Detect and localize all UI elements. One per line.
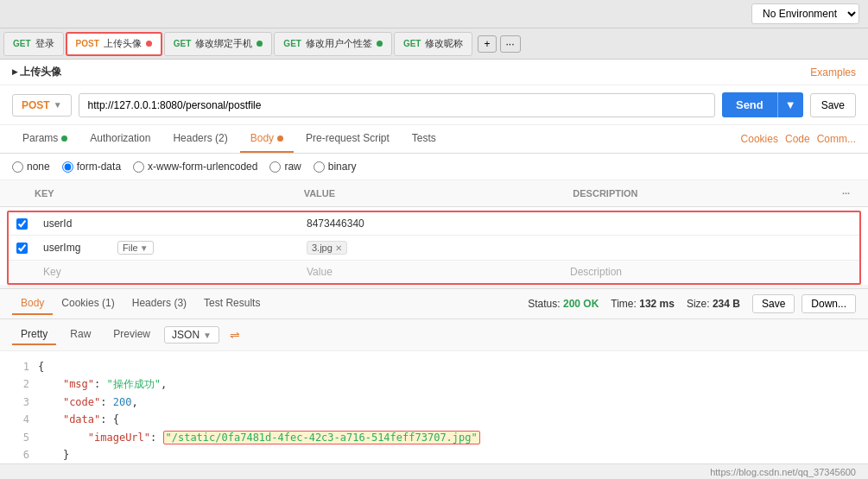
resp-actions: Save Down...: [752, 294, 856, 313]
table-row: File ▼ 3.jpg ✕: [9, 236, 859, 261]
tab-headers[interactable]: Headers (2): [162, 125, 238, 153]
new-value-input[interactable]: [307, 266, 553, 278]
row1-key-input[interactable]: [43, 217, 289, 230]
tab-body[interactable]: Body: [240, 125, 294, 153]
header-key: KEY: [26, 185, 295, 202]
formdata-label: form-data: [77, 161, 121, 173]
new-row-actions: [825, 267, 859, 277]
code-line-highlight: 5 "imageUrl": "/static/0fa7481d-4fec-42c…: [12, 429, 856, 446]
request-tabs: Params Authorization Headers (2) Body Pr…: [0, 125, 868, 154]
req-tabs-right: Cookies Code Comm...: [741, 133, 856, 145]
body-dot: [277, 136, 283, 142]
new-key-input[interactable]: [43, 266, 289, 278]
wrap-icon[interactable]: ⇌: [230, 328, 240, 342]
code-line: 2 "msg": "操作成功",: [12, 375, 856, 393]
tab-bar: GET 登录 POST 上传头像 GET 修改绑定手机 GET 修改用户个性签 …: [0, 28, 868, 60]
footer-link[interactable]: https://blog.csdn.net/qq_37345600: [710, 467, 856, 477]
formdata-radio-label[interactable]: form-data: [62, 161, 121, 173]
send-button[interactable]: Send ▼: [722, 92, 803, 117]
urlencoded-radio[interactable]: [133, 161, 144, 173]
header-desc: DESCRIPTION: [564, 185, 833, 202]
none-radio-label[interactable]: none: [12, 161, 50, 173]
tab-tests[interactable]: Tests: [402, 125, 447, 153]
tab-login[interactable]: GET 登录: [3, 32, 64, 56]
code-line: 4 "data": {: [12, 411, 856, 428]
code-tab-preview[interactable]: Preview: [105, 325, 159, 345]
formdata-radio[interactable]: [62, 161, 73, 173]
row1-value-input[interactable]: [307, 217, 553, 230]
resp-tab-body[interactable]: Body: [12, 293, 53, 315]
urlencoded-radio-label[interactable]: x-www-form-urlencoded: [133, 161, 257, 173]
header-check: [0, 185, 26, 202]
params-dot: [61, 136, 67, 142]
tab-upload[interactable]: POST 上传头像: [66, 32, 162, 56]
method-value: POST: [22, 99, 50, 111]
binary-radio[interactable]: [314, 161, 325, 173]
row2-actions: [825, 243, 859, 253]
send-dropdown-icon[interactable]: ▼: [777, 92, 803, 117]
method-select[interactable]: POST ▼: [12, 94, 72, 117]
none-radio[interactable]: [12, 161, 23, 173]
add-tab-button[interactable]: +: [478, 35, 496, 53]
code-line: 6 }: [12, 446, 856, 463]
resp-tab-test-results[interactable]: Test Results: [195, 293, 269, 315]
method-label: GET: [174, 39, 192, 48]
tab-actions: + ···: [478, 35, 520, 53]
status-badge: Status: 200 OK: [528, 298, 599, 310]
row2-checkbox[interactable]: [16, 243, 28, 254]
cookies-link[interactable]: Cookies: [741, 133, 778, 145]
binary-radio-label[interactable]: binary: [314, 161, 357, 173]
new-key-cell: [35, 261, 298, 283]
row1-desc-input[interactable]: [570, 217, 816, 230]
format-select[interactable]: JSON ▼: [164, 326, 219, 343]
method-label: POST: [76, 39, 99, 48]
header-more: ···: [833, 185, 868, 202]
resp-tab-headers[interactable]: Headers (3): [124, 293, 195, 315]
code-tab-raw[interactable]: Raw: [61, 325, 99, 345]
tab-dot: [377, 41, 383, 47]
download-button[interactable]: Down...: [801, 294, 856, 313]
response-status: Status: 200 OK Time: 132 ms Size: 234 B …: [528, 294, 856, 313]
tab-params[interactable]: Params: [12, 125, 78, 153]
row1-desc-cell: [561, 212, 825, 235]
row1-key-cell: [35, 212, 298, 235]
header-value: VALUE: [295, 185, 565, 202]
row1-checkbox[interactable]: [16, 218, 28, 230]
url-input[interactable]: [79, 93, 715, 117]
more-tabs-button[interactable]: ···: [500, 35, 521, 53]
tab-prerequest[interactable]: Pre-request Script: [295, 125, 400, 153]
tab-authorization[interactable]: Authorization: [79, 125, 161, 153]
time-value: Time: 132 ms: [611, 298, 675, 310]
code-block: 1{ 2 "msg": "操作成功", 3 "code": 200, 4 "da…: [0, 351, 868, 463]
tab-dot: [146, 41, 152, 47]
row2-desc-input[interactable]: [570, 242, 816, 254]
tab-profile[interactable]: GET 修改用户个性签: [274, 32, 392, 56]
comments-link[interactable]: Comm...: [817, 133, 856, 145]
code-link[interactable]: Code: [785, 133, 810, 145]
file-select[interactable]: File ▼: [117, 241, 154, 255]
none-label: none: [27, 161, 50, 173]
new-desc-input[interactable]: [570, 266, 816, 278]
tab-phone[interactable]: GET 修改绑定手机: [164, 32, 273, 56]
save-button[interactable]: Save: [810, 93, 856, 117]
table-row: [9, 212, 859, 236]
code-tab-pretty[interactable]: Pretty: [12, 325, 56, 345]
size-value: Size: 234 B: [687, 298, 740, 310]
binary-label: binary: [328, 161, 357, 173]
row2-key-input[interactable]: [43, 242, 112, 254]
tab-nickname[interactable]: GET 修改昵称: [394, 32, 473, 56]
new-table-row: [9, 261, 859, 283]
raw-radio[interactable]: [269, 161, 281, 173]
env-select[interactable]: No Environment: [751, 3, 859, 24]
examples-link[interactable]: Examples: [810, 66, 856, 79]
save-response-button[interactable]: Save: [752, 294, 795, 313]
tab-label: 登录: [35, 37, 54, 50]
raw-radio-label[interactable]: raw: [269, 161, 301, 173]
remove-file-icon[interactable]: ✕: [335, 243, 342, 253]
footer: https://blog.csdn.net/qq_37345600: [0, 463, 868, 479]
row2-value-cell: 3.jpg ✕: [298, 236, 561, 260]
file-value-container: 3.jpg ✕: [307, 241, 553, 255]
new-value-cell: [298, 261, 561, 283]
new-desc-cell: [561, 261, 825, 283]
resp-tab-cookies[interactable]: Cookies (1): [53, 293, 123, 315]
